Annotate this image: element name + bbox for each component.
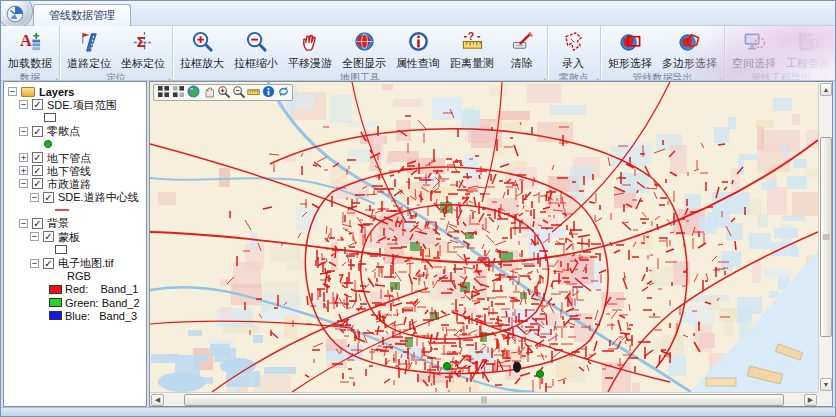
scroll-left-button[interactable]: ◀ <box>151 394 164 406</box>
horizontal-scroll-thumb[interactable] <box>184 394 784 406</box>
layer-label[interactable]: 蒙板 <box>58 231 80 243</box>
layer-checkbox[interactable]: ✓ <box>43 231 54 242</box>
ribbon-group-5: 空间选择工程查询管线工程导出◢ <box>725 26 835 80</box>
expand-icon[interactable]: + <box>19 166 28 175</box>
ribbon-button-polygon-select[interactable]: 多边形选择 <box>657 28 722 71</box>
layer-label[interactable]: 电子地图.tif <box>58 257 114 269</box>
layer-label[interactable]: Layers <box>39 86 74 98</box>
expand-icon[interactable]: + <box>19 153 28 162</box>
road-locate-icon <box>78 30 101 57</box>
ribbon-group-label: 管线工程导出◢ <box>725 71 835 81</box>
map-tool-globe[interactable] <box>186 86 200 100</box>
ribbon-button-label: 距离量测 <box>450 57 494 70</box>
tab-pipeline-data-management[interactable]: 管线数据管理 <box>33 4 131 26</box>
ribbon-button-spatial-select[interactable]: 空间选择 <box>727 28 781 71</box>
line-red-swatch <box>55 209 69 211</box>
ribbon-button-attribute-query[interactable]: 属性查询 <box>391 28 445 71</box>
ribbon-button-label: 拉框放大 <box>180 57 224 70</box>
map-tool-zoom-in[interactable] <box>216 86 230 100</box>
zoom-out-box-icon <box>245 30 268 57</box>
layer-label: RGB <box>67 270 91 282</box>
layer-checkbox[interactable]: ✓ <box>32 99 43 110</box>
ribbon-button-zoom-in-box[interactable]: 拉框放大 <box>175 28 229 71</box>
layer-label[interactable]: SDE.项目范围 <box>47 99 117 111</box>
distance-measure-icon: ? <box>461 30 484 57</box>
ribbon-button-label: 矩形选择 <box>608 57 652 70</box>
ribbon-group-0: A加载数据数据◢ <box>1 26 60 80</box>
collapse-icon[interactable]: − <box>19 219 28 228</box>
layer-checkbox[interactable]: ✓ <box>43 192 54 203</box>
ribbon-button-clear[interactable]: 清除 <box>499 28 545 71</box>
svg-text:Σ: Σ <box>136 33 145 50</box>
map-tool-identify[interactable] <box>261 86 275 100</box>
layer-label[interactable]: 市政道路 <box>47 178 91 190</box>
layer-label[interactable]: SDE.道路中心线 <box>58 191 139 203</box>
layer-label: Red: Band_1 <box>65 283 138 295</box>
vertical-scrollbar[interactable]: ▲ ▼ <box>818 82 832 392</box>
ribbon-button-label: 平移漫游 <box>288 57 332 70</box>
rect-hollow-swatch <box>55 245 67 254</box>
ribbon-button-project-query[interactable]: 工程查询 <box>781 28 835 71</box>
dialog-launcher-icon[interactable]: ◢ <box>52 77 57 81</box>
ribbon-button-label: 清除 <box>511 57 533 70</box>
layer-checkbox[interactable]: ✓ <box>32 152 43 163</box>
collapse-icon[interactable]: − <box>30 232 39 241</box>
collapse-icon[interactable]: − <box>19 100 28 109</box>
map-tool-pan[interactable] <box>201 86 215 100</box>
map-tool-refresh[interactable] <box>276 86 290 100</box>
tab-label: 管线数据管理 <box>49 9 115 21</box>
layer-checkbox[interactable]: ✓ <box>32 126 43 137</box>
map-tool-full-extent[interactable] <box>156 86 170 100</box>
map-tool-zoom-rect[interactable] <box>171 86 185 100</box>
collapse-icon[interactable]: − <box>19 127 28 136</box>
fill-red-swatch <box>49 285 62 294</box>
application-orb-button[interactable] <box>0 0 33 29</box>
ribbon-button-load-data[interactable]: A加载数据 <box>3 28 57 71</box>
layer-label[interactable]: 地下管线 <box>47 165 91 177</box>
ribbon-button-distance-measure[interactable]: ?距离量测 <box>445 28 499 71</box>
layer-label[interactable]: 零散点 <box>47 125 80 137</box>
ribbon-button-full-map[interactable]: 全图显示 <box>337 28 391 71</box>
map-tool-zoom-out[interactable] <box>231 86 245 100</box>
layer-checkbox[interactable]: ✓ <box>43 258 54 269</box>
ribbon-button-pan-roam[interactable]: 平移漫游 <box>283 28 337 71</box>
layer-tree-row: −Layers <box>4 85 146 98</box>
zoom-out-icon <box>232 84 245 102</box>
ribbon-button-label: 道路定位 <box>67 57 111 70</box>
layer-tree-row: +✓地下管点 <box>4 151 146 164</box>
layer-label[interactable]: 背景 <box>47 217 69 229</box>
scroll-down-button[interactable]: ▼ <box>820 378 832 391</box>
ribbon-group-label: 管线数据导出◢ <box>601 71 724 81</box>
map-tool-measure[interactable] <box>246 86 260 100</box>
layer-checkbox[interactable]: ✓ <box>32 178 43 189</box>
ribbon-button-zoom-out-box[interactable]: 拉框缩小 <box>229 28 283 71</box>
layer-tree-row: RGB <box>4 270 146 283</box>
collapse-icon[interactable]: − <box>8 87 17 96</box>
ribbon-button-point-entry[interactable]: 录入 <box>550 28 596 71</box>
ribbon-button-coordinate-locate[interactable]: Σ坐标定位 <box>116 28 170 71</box>
collapse-icon[interactable]: − <box>30 259 39 268</box>
zoom-rect-icon <box>172 84 185 102</box>
layer-tree-row: −✓零散点 <box>4 125 146 138</box>
dot-green-swatch <box>44 140 52 148</box>
ribbon-button-label: 工程查询 <box>786 57 830 70</box>
layer-checkbox[interactable]: ✓ <box>32 165 43 176</box>
vertical-scroll-thumb[interactable] <box>820 137 832 337</box>
layer-checkbox[interactable]: ✓ <box>32 218 43 229</box>
zoom-in-box-icon <box>191 30 214 57</box>
ribbon-groups: A加载数据数据◢道路定位Σ坐标定位定位◢拉框放大拉框缩小平移漫游全图显示属性查询… <box>1 26 835 80</box>
title-tab-strip: 管线数据管理 <box>1 1 835 26</box>
horizontal-scrollbar[interactable]: ◀ ▶ <box>150 392 818 406</box>
collapse-icon[interactable]: − <box>30 193 39 202</box>
ribbon-button-road-locate[interactable]: 道路定位 <box>62 28 116 71</box>
collapse-icon[interactable]: − <box>19 179 28 188</box>
rect-hollow-swatch <box>44 113 56 122</box>
ribbon-group-1: 道路定位Σ坐标定位定位◢ <box>60 26 173 80</box>
layer-tree-row: Red: Band_1 <box>4 283 146 296</box>
scroll-up-button[interactable]: ▲ <box>820 83 832 96</box>
map-canvas[interactable] <box>150 82 818 392</box>
scroll-right-button[interactable]: ▶ <box>804 394 817 406</box>
ribbon-button-label: 多边形选择 <box>662 57 717 70</box>
layer-label[interactable]: 地下管点 <box>47 152 91 164</box>
ribbon-button-rectangle-select[interactable]: 矩形选择 <box>603 28 657 71</box>
